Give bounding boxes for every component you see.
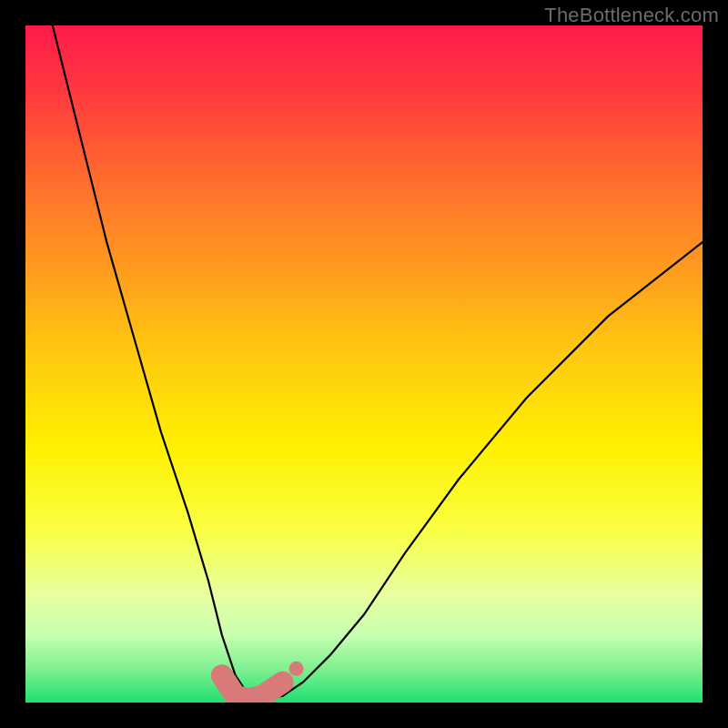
curve-layer (25, 25, 703, 703)
plot-gradient (25, 25, 703, 703)
watermark-text: TheBottleneck.com (544, 4, 719, 27)
optimal-range-band (222, 675, 283, 699)
bottleneck-curve (53, 25, 703, 699)
chart-frame: TheBottleneck.com (0, 0, 728, 728)
optimal-range-dots (289, 662, 304, 676)
optimal-range-end-dot (289, 662, 304, 676)
